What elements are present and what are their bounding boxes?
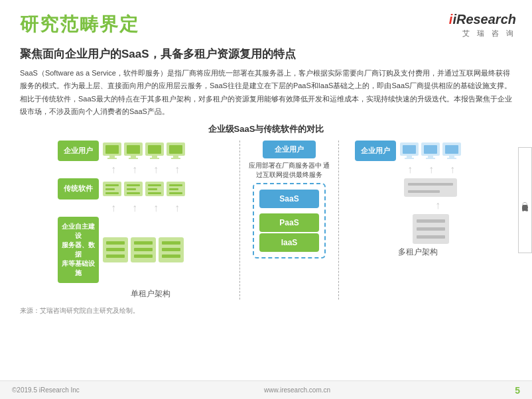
right-monitor-2 — [421, 142, 440, 159]
left-panel: 企业用户 — [58, 141, 237, 300]
server-icon-2 — [124, 182, 143, 196]
right-saas-row — [404, 178, 457, 197]
arrows-row-1: ↑ ↑ ↑ ↑ — [104, 164, 237, 176]
monitor-icon-4 — [166, 142, 185, 159]
right-saas-icon — [404, 178, 457, 197]
dashed-stack: SaaS PaaS IaaS — [253, 183, 326, 258]
user-row: 企业用户 — [58, 141, 237, 161]
big-server-1 — [103, 237, 128, 262]
big-server-3 — [159, 237, 184, 262]
right-monitor-icons — [400, 142, 461, 159]
diagram-title: 企业级SaaS与传统软件的对比 — [0, 123, 532, 135]
big-server-2 — [131, 237, 156, 262]
logo-cn: 艾 瑞 咨 询 — [462, 28, 516, 38]
iaas-box: IaaS — [259, 233, 319, 252]
server-icon-4 — [166, 182, 185, 196]
footer: ©2019.5 iResearch Inc www.iresearch.com.… — [0, 380, 532, 399]
right-arch-label: 多租户架构 — [378, 247, 438, 258]
right-monitor-3 — [442, 142, 461, 159]
monitor-icons — [103, 142, 185, 159]
logo-text: iResearch — [452, 12, 516, 27]
middle-panel: 企业用户 应用部署在厂商服务器中 通过互联网提供最终服务 SaaS PaaS I… — [243, 141, 336, 300]
right-big-server — [413, 214, 449, 244]
middle-desc: 应用部署在厂商服务器中 通过互联网提供最终服务 — [246, 161, 332, 180]
middle-user-label: 企业用户 — [263, 141, 316, 158]
server-icons — [103, 182, 185, 196]
side-note: （不在本报告研究范畴内）个人消费者 — [518, 147, 532, 253]
vertical-divider — [239, 141, 240, 300]
logo: iiResearch — [449, 12, 516, 27]
right-arrow-2: ↑ — [435, 200, 440, 211]
monitor-icon-2 — [124, 142, 143, 159]
paas-box: PaaS — [259, 213, 319, 232]
saas-box: SaaS — [259, 190, 319, 208]
page-number: 5 — [515, 385, 520, 396]
server-icon-3 — [145, 182, 164, 196]
infra-row: 企业自主建设 服务器、数据 库等基础设施 — [58, 217, 237, 283]
server-icon-1 — [103, 182, 121, 196]
copyright: ©2019.5 iResearch Inc — [12, 386, 80, 394]
monitor-icon-3 — [145, 142, 164, 159]
right-user-row: 企业用户 — [355, 141, 461, 161]
website: www.iresearch.com.cn — [264, 386, 330, 394]
diagram: 企业用户 — [0, 141, 532, 300]
logo-area: iiResearch 艾 瑞 咨 询 — [449, 12, 516, 38]
big-server-icons — [103, 237, 184, 262]
right-monitor-1 — [400, 142, 419, 159]
trad-label: 传统软件 — [58, 178, 99, 199]
right-server-row — [413, 214, 449, 244]
vertical-divider-2 — [338, 141, 339, 300]
subtitle: 聚焦面向企业用户的SaaS，具备多租户资源复用的特点 — [0, 44, 532, 67]
user-label: 企业用户 — [58, 141, 99, 161]
monitor-icon-1 — [103, 142, 121, 159]
source-text: 来源：艾瑞咨询研究院自主研究及绘制。 — [0, 304, 532, 318]
right-panel: 企业用户 — [342, 141, 474, 300]
right-arrows-1: ↑ ↑ ↑ — [401, 164, 462, 176]
main-title: 研究范畴界定 — [20, 12, 139, 37]
left-arch-label: 单租户架构 — [58, 288, 237, 300]
arrows-row-2: ↑ ↑ ↑ ↑ — [104, 202, 237, 214]
description: SaaS（Software as a Service，软件即服务）是指厂商将应用… — [0, 67, 532, 118]
right-user-label: 企业用户 — [355, 141, 396, 161]
infra-label: 企业自主建设 服务器、数据 库等基础设施 — [58, 217, 99, 283]
software-row: 传统软件 — [58, 178, 237, 199]
header: 研究范畴界定 iiResearch 艾 瑞 咨 询 — [0, 0, 532, 44]
